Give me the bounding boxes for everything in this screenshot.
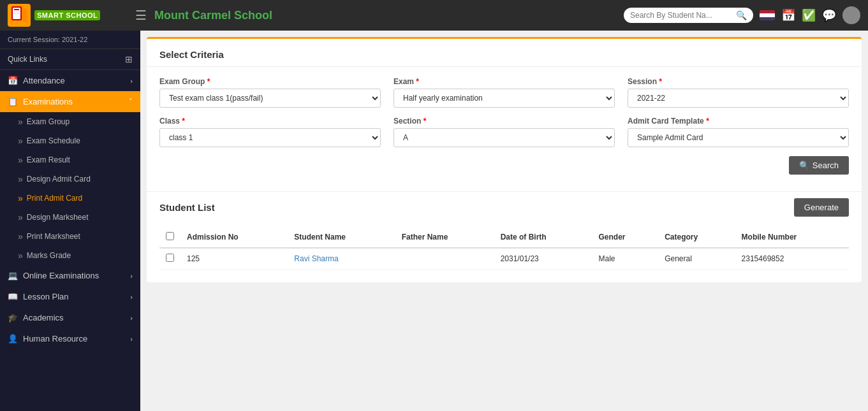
hamburger-button[interactable]: ☰ xyxy=(135,8,147,23)
student-name-link[interactable]: Ravi Sharma xyxy=(294,254,338,263)
calendar-sidebar-icon: 📅 xyxy=(8,76,18,85)
sidebar-item-design-admit-card[interactable]: » Design Admit Card xyxy=(0,169,140,189)
class-field: Class * class 1 xyxy=(159,117,381,147)
class-select[interactable]: class 1 xyxy=(159,128,381,147)
language-flag[interactable] xyxy=(760,10,775,20)
navbar: SMART SCHOOL ☰ Mount Carmel School 🔍 📅 ✅… xyxy=(0,0,868,31)
global-search-input[interactable] xyxy=(630,11,732,20)
required-star: * xyxy=(205,77,210,86)
content-area: Select Criteria Exam Group * Test exam c… xyxy=(147,37,862,282)
active-bullet-icon: » xyxy=(18,193,23,203)
academics-icon: 🎓 xyxy=(8,313,18,322)
checkmark-icon[interactable]: ✅ xyxy=(802,8,816,22)
quick-links-label: Quick Links xyxy=(8,55,47,64)
search-btn-area: 🔍 Search xyxy=(159,156,849,181)
main-content: Select Criteria Exam Group * Test exam c… xyxy=(140,31,868,411)
sidebar: Current Session: 2021-22 Quick Links ⊞ 📅… xyxy=(0,31,140,411)
admit-card-template-label: Admit Card Template * xyxy=(628,117,849,126)
online-exam-icon: 💻 xyxy=(8,271,18,280)
exam-sidebar-icon: 📋 xyxy=(8,97,18,106)
student-table-body: 125 Ravi Sharma 2031/01/23 Male General … xyxy=(159,248,849,270)
table-head: Admission No Student Name Father Name Da… xyxy=(159,227,849,248)
lesson-plan-label: Lesson Plan xyxy=(23,292,69,301)
bullet-icon: » xyxy=(18,250,23,261)
design-marksheet-label: Design Marksheet xyxy=(27,213,89,222)
header-gender: Gender xyxy=(592,227,659,248)
cell-category: General xyxy=(658,248,735,270)
bullet-icon: » xyxy=(18,212,23,222)
print-marksheet-label: Print Marksheet xyxy=(27,232,80,241)
sidebar-item-print-marksheet[interactable]: » Print Marksheet xyxy=(0,227,140,246)
bullet-icon: » xyxy=(18,231,23,242)
required-star: * xyxy=(421,117,426,126)
header-dob: Date of Birth xyxy=(494,227,592,248)
exam-result-label: Exam Result xyxy=(27,155,70,164)
exam-select[interactable]: Half yearly examination xyxy=(394,89,615,108)
sidebar-item-attendance[interactable]: 📅 Attendance › xyxy=(0,70,140,91)
section-select[interactable]: A xyxy=(394,128,615,147)
design-admit-card-label: Design Admit Card xyxy=(27,175,91,184)
select-all-checkbox[interactable] xyxy=(166,232,174,240)
admit-card-template-select[interactable]: Sample Admit Card xyxy=(628,128,849,147)
cell-student-name[interactable]: Ravi Sharma xyxy=(288,248,395,270)
search-btn-label: Search xyxy=(813,161,839,170)
sidebar-item-academics[interactable]: 🎓 Academics › xyxy=(0,307,140,328)
header-admission-no: Admission No xyxy=(180,227,288,248)
bullet-icon: » xyxy=(18,117,23,127)
exam-label: Exam * xyxy=(394,77,615,86)
exam-group-label: Exam Group * xyxy=(159,77,381,86)
sidebar-item-design-marksheet[interactable]: » Design Marksheet xyxy=(0,208,140,227)
nav-right: 🔍 📅 ✅ 💬 xyxy=(624,6,860,24)
header-category: Category xyxy=(658,227,735,248)
student-list-section: Student List Generate Admission No Stude… xyxy=(147,191,862,282)
section-label: Section * xyxy=(394,117,615,126)
sidebar-item-exam-group[interactable]: » Exam Group xyxy=(0,112,140,131)
sidebar-item-lesson-plan[interactable]: 📖 Lesson Plan › xyxy=(0,286,140,307)
academics-label: Academics xyxy=(23,313,64,322)
chevron-right-icon: › xyxy=(130,293,133,301)
required-star: * xyxy=(704,117,709,126)
lesson-plan-icon: 📖 xyxy=(8,292,18,301)
sidebar-item-human-resource[interactable]: 👤 Human Resource › xyxy=(0,328,140,349)
sidebar-item-examinations[interactable]: 📋 Examinations ˅ xyxy=(0,91,140,112)
logo-icon xyxy=(9,5,29,25)
bullet-icon: » xyxy=(18,155,23,165)
chevron-right-icon: › xyxy=(130,77,133,85)
human-resource-label: Human Resource xyxy=(23,334,87,343)
sidebar-item-exam-schedule[interactable]: » Exam Schedule xyxy=(0,131,140,150)
marks-grade-label: Marks Grade xyxy=(27,251,71,260)
chevron-right-icon: › xyxy=(130,272,133,280)
global-search[interactable]: 🔍 xyxy=(624,8,753,23)
quick-links-row: Quick Links ⊞ xyxy=(0,49,140,70)
sidebar-item-exam-result[interactable]: » Exam Result xyxy=(0,150,140,169)
cell-admission-no: 125 xyxy=(180,248,288,270)
exam-group-select[interactable]: Test exam class 1(pass/fail) xyxy=(159,89,381,108)
session-select[interactable]: 2021-22 xyxy=(628,89,849,108)
layout: Current Session: 2021-22 Quick Links ⊞ 📅… xyxy=(0,31,868,411)
exam-group-label: Exam Group xyxy=(27,117,70,126)
online-exam-label: Online Examinations xyxy=(23,271,99,280)
cell-dob: 2031/01/23 xyxy=(494,248,592,270)
svg-marker-5 xyxy=(22,6,27,23)
whatsapp-icon[interactable]: 💬 xyxy=(822,8,836,22)
session-label: Session * xyxy=(628,77,849,86)
generate-button[interactable]: Generate xyxy=(794,198,849,217)
row-checkbox[interactable] xyxy=(166,254,174,262)
grid-icon[interactable]: ⊞ xyxy=(125,54,133,64)
row-checkbox-cell xyxy=(159,248,180,270)
sidebar-item-print-admit-card[interactable]: » Print Admit Card xyxy=(0,189,140,208)
cell-gender: Male xyxy=(592,248,659,270)
required-star: * xyxy=(414,77,419,86)
user-avatar[interactable] xyxy=(842,6,860,24)
sidebar-item-online-examinations[interactable]: 💻 Online Examinations › xyxy=(0,265,140,286)
search-button[interactable]: 🔍 Search xyxy=(789,156,849,175)
sidebar-examinations-label: Examinations xyxy=(23,97,73,106)
sidebar-item-marks-grade[interactable]: » Marks Grade xyxy=(0,246,140,265)
search-icon: 🔍 xyxy=(736,10,747,20)
print-admit-card-label: Print Admit Card xyxy=(27,194,82,203)
exam-field: Exam * Half yearly examination xyxy=(394,77,615,108)
calendar-icon[interactable]: 📅 xyxy=(781,8,795,22)
exam-group-field: Exam Group * Test exam class 1(pass/fail… xyxy=(159,77,381,108)
required-star: * xyxy=(657,77,662,86)
table-header-row: Admission No Student Name Father Name Da… xyxy=(159,227,849,248)
